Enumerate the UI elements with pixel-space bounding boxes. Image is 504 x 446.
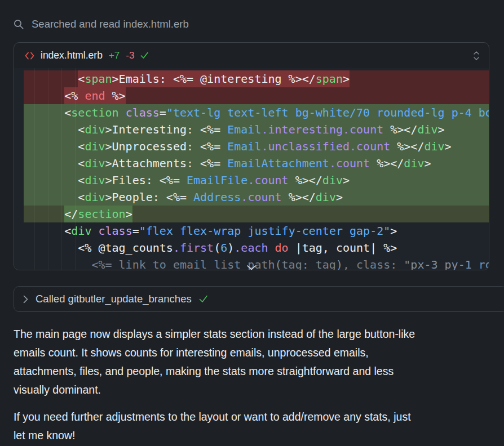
code-line: <% @tag_counts.first(6).each do |tag, co… — [24, 239, 489, 256]
code-line: <div>Interesting: <%= Email.interesting.… — [24, 121, 489, 138]
search-icon — [14, 19, 24, 30]
message-paragraph: The main page now displays a simpler sta… — [14, 325, 490, 399]
code-lines: <span>Emails: <%= @interesting %></span>… — [14, 70, 489, 270]
diff-word-highlight: <span>Emails: <%= @interesting %></span> — [78, 70, 350, 87]
tool-header-label: Searched and read index.html.erb — [32, 18, 189, 30]
code-line: <div class="flex flex-wrap justify-cente… — [24, 222, 489, 239]
chevron-up-down-icon[interactable] — [473, 51, 480, 61]
chevron-down-icon — [247, 265, 257, 270]
diff-card-header[interactable]: index.html.erb +7 -3 — [14, 43, 489, 68]
message-paragraph: If you need further adjustments to the l… — [14, 408, 490, 445]
code-file-icon — [25, 52, 34, 60]
diff-word-highlight: <% end %> — [64, 87, 125, 104]
chevron-right-icon[interactable] — [23, 295, 28, 304]
check-icon — [199, 295, 208, 303]
tool-call-label: Called gitbutler_update_branches — [36, 293, 192, 305]
page: { "tool_header": { "icon": "search-icon"… — [0, 0, 504, 446]
expand-code-button[interactable] — [246, 264, 258, 270]
code-line: <div>People: <%= Address.count %></div> — [24, 189, 489, 206]
code-line: <div>Attachments: <%= EmailAttachment.co… — [24, 155, 489, 172]
code-line: </section> — [24, 206, 489, 222]
code-line: <div>Files: <%= EmailFile.count %></div> — [24, 172, 489, 189]
code-diff-view: <span>Emails: <%= @interesting %></span>… — [14, 68, 489, 270]
file-name: index.html.erb — [41, 50, 103, 61]
code-line: <section class="text-lg text-left bg-whi… — [24, 104, 489, 121]
check-icon — [140, 52, 149, 59]
assistant-message: The main page now displays a simpler sta… — [14, 325, 490, 446]
code-line: <span>Emails: <%= @interesting %></span> — [24, 70, 489, 87]
tool-call-gitbutler[interactable]: Called gitbutler_update_branches — [14, 286, 504, 312]
diff-card: index.html.erb +7 -3 <span>Emails: <%= @… — [14, 42, 489, 270]
additions-count: +7 — [109, 50, 120, 61]
code-line: <% end %> — [24, 87, 489, 104]
deletions-count: -3 — [126, 50, 134, 61]
diff-word-highlight: </section> — [64, 206, 132, 222]
code-line: <div>Unprocessed: <%= Email.unclassified… — [24, 138, 489, 155]
tool-header-searched[interactable]: Searched and read index.html.erb — [14, 17, 189, 32]
